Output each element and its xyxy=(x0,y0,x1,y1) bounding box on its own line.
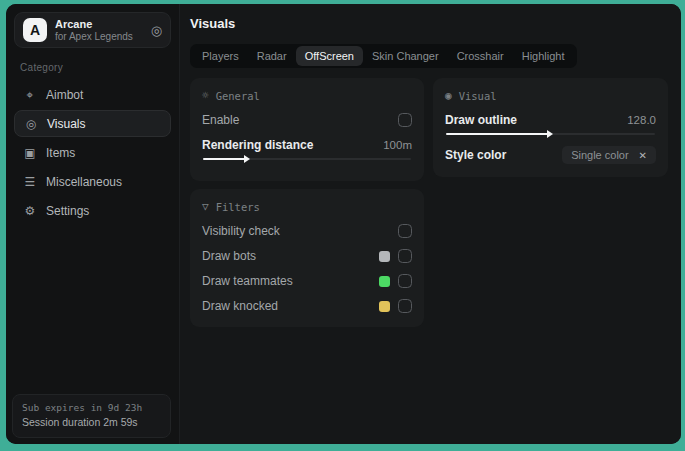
sidebar-item-miscellaneous[interactable]: ☰ Miscellaneous xyxy=(14,168,171,195)
subscription-info-card: Sub expires in 9d 23h Session duration 2… xyxy=(12,394,171,438)
slider-fill xyxy=(446,133,548,135)
tab-offscreen[interactable]: OffScreen xyxy=(296,46,363,66)
general-panel-header: ☼ General xyxy=(202,89,412,102)
sub-expires-text: Sub expires in 9d 23h xyxy=(22,401,161,415)
sidebar-item-label: Miscellaneous xyxy=(46,175,122,189)
app-meta: Arcane for Apex Legends xyxy=(55,18,143,42)
enable-row: Enable xyxy=(202,112,412,128)
list-icon: ☰ xyxy=(23,175,37,189)
draw-outline-slider[interactable] xyxy=(446,133,655,135)
slider-fill xyxy=(203,158,245,160)
rendering-distance-slider[interactable] xyxy=(203,158,411,160)
draw-outline-label: Draw outline xyxy=(445,113,517,127)
draw-teammates-checkbox[interactable] xyxy=(398,274,412,288)
app-logo: A xyxy=(23,18,47,42)
target-icon[interactable]: ◎ xyxy=(151,23,162,38)
visual-panel-header: ◉ Visual xyxy=(445,89,656,102)
general-panel: ☼ General Enable Rendering distance 100m xyxy=(190,78,424,181)
eye-scan-icon: ◎ xyxy=(24,117,38,131)
sidebar-item-settings[interactable]: ⚙ Settings xyxy=(14,197,171,224)
tab-bar: Players Radar OffScreen Skin Changer Cro… xyxy=(190,44,577,68)
draw-teammates-label: Draw teammates xyxy=(202,274,293,288)
tab-crosshair[interactable]: Crosshair xyxy=(448,46,513,66)
visual-panel: ◉ Visual Draw outline 128.0 Style color … xyxy=(433,78,668,177)
enable-label: Enable xyxy=(202,113,239,127)
style-color-row: Style color Single color ✕ xyxy=(445,146,656,164)
visual-panel-title: Visual xyxy=(459,90,497,102)
app-subtitle: for Apex Legends xyxy=(55,31,143,43)
tab-highlight[interactable]: Highlight xyxy=(513,46,574,66)
general-panel-title: General xyxy=(216,90,260,102)
draw-teammates-row: Draw teammates xyxy=(202,273,412,289)
close-icon[interactable]: ✕ xyxy=(639,150,647,161)
sidebar-item-aimbot[interactable]: ⌖ Aimbot xyxy=(14,81,171,108)
style-color-select[interactable]: Single color ✕ xyxy=(562,146,656,164)
tab-radar[interactable]: Radar xyxy=(248,46,296,66)
visibility-check-row: Visibility check xyxy=(202,223,412,239)
draw-knocked-row: Draw knocked xyxy=(202,298,412,314)
sidebar-item-items[interactable]: ▣ Items xyxy=(14,139,171,166)
filters-panel: ▽ Filters Visibility check Draw bots xyxy=(190,189,424,327)
sidebar-item-label: Settings xyxy=(46,204,89,218)
draw-knocked-color-swatch[interactable] xyxy=(379,301,390,312)
rendering-distance-label: Rendering distance xyxy=(202,138,313,152)
visibility-check-label: Visibility check xyxy=(202,224,280,238)
draw-bots-row: Draw bots xyxy=(202,248,412,264)
draw-knocked-checkbox[interactable] xyxy=(398,299,412,313)
sun-icon: ☼ xyxy=(202,89,209,102)
enable-checkbox[interactable] xyxy=(398,113,412,127)
rendering-distance-value: 100m xyxy=(383,139,412,151)
draw-bots-label: Draw bots xyxy=(202,249,256,263)
gear-icon: ⚙ xyxy=(23,204,37,218)
sidebar-item-label: Visuals xyxy=(47,117,85,131)
sidebar: A Arcane for Apex Legends ◎ Category ⌖ A… xyxy=(6,4,180,444)
funnel-icon: ▽ xyxy=(202,200,209,213)
app-name: Arcane xyxy=(55,18,143,31)
visibility-check-checkbox[interactable] xyxy=(398,224,412,238)
crosshair-icon: ⌖ xyxy=(23,88,37,102)
tab-skin-changer[interactable]: Skin Changer xyxy=(363,46,448,66)
filters-panel-title: Filters xyxy=(216,201,260,213)
sidebar-item-visuals[interactable]: ◎ Visuals xyxy=(14,110,171,137)
draw-outline-value: 128.0 xyxy=(627,114,656,126)
eye-icon: ◉ xyxy=(445,89,452,102)
rendering-distance-row: Rendering distance 100m xyxy=(202,137,412,153)
draw-knocked-label: Draw knocked xyxy=(202,299,278,313)
tab-players[interactable]: Players xyxy=(193,46,248,66)
session-duration-text: Session duration 2m 59s xyxy=(22,415,161,431)
app-window: A Arcane for Apex Legends ◎ Category ⌖ A… xyxy=(6,4,681,444)
app-header-card: A Arcane for Apex Legends ◎ xyxy=(14,12,171,48)
draw-teammates-color-swatch[interactable] xyxy=(379,276,390,287)
style-color-label: Style color xyxy=(445,148,506,162)
page-title: Visuals xyxy=(190,16,671,31)
draw-bots-color-swatch[interactable] xyxy=(379,251,390,262)
filters-panel-header: ▽ Filters xyxy=(202,200,412,213)
category-label: Category xyxy=(20,62,171,73)
main-content: Visuals Players Radar OffScreen Skin Cha… xyxy=(180,4,681,444)
draw-bots-checkbox[interactable] xyxy=(398,249,412,263)
cube-icon: ▣ xyxy=(23,146,37,160)
style-color-value: Single color xyxy=(571,149,628,161)
sidebar-item-label: Aimbot xyxy=(46,88,83,102)
draw-outline-row: Draw outline 128.0 xyxy=(445,112,656,128)
sidebar-item-label: Items xyxy=(46,146,75,160)
